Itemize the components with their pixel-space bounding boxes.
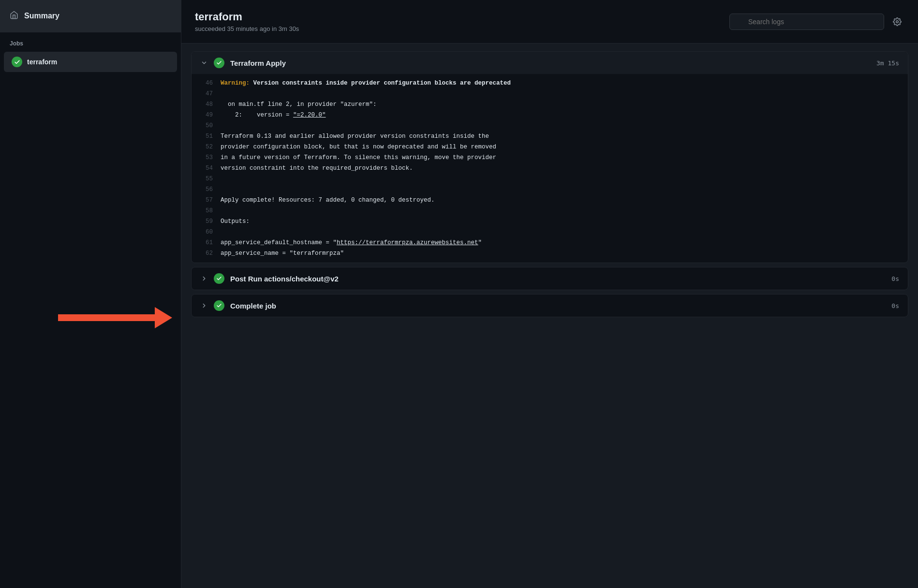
gear-icon: [893, 17, 902, 26]
chevron-right-icon: [200, 275, 208, 282]
post-run-duration: 0s: [891, 275, 899, 282]
search-input[interactable]: [729, 14, 884, 30]
log-line: 58: [192, 206, 908, 216]
log-line: 53 in a future version of Terraform. To …: [192, 152, 908, 163]
terraform-apply-left: Terraform Apply: [200, 58, 286, 68]
header-actions: [729, 14, 904, 30]
complete-job-section: Complete job 0s: [191, 294, 908, 317]
log-line: 46 Warning: Version constraints inside p…: [192, 78, 908, 88]
log-line: 55: [192, 174, 908, 184]
sidebar-summary-item[interactable]: Summary: [0, 0, 181, 32]
post-run-left: Post Run actions/checkout@v2: [200, 273, 339, 284]
jobs-section-label: Jobs: [0, 32, 181, 51]
complete-job-left: Complete job: [200, 300, 276, 311]
main-content: terraform succeeded 35 minutes ago in 3m…: [181, 0, 918, 588]
log-line: 48 on main.tf line 2, in provider "azure…: [192, 99, 908, 110]
sidebar-summary-label: Summary: [24, 12, 59, 20]
sidebar: Summary Jobs terraform: [0, 0, 181, 588]
log-line: 49 2: version = "=2.20.0": [192, 110, 908, 120]
log-line: 61 app_service_default_hostname = "https…: [192, 237, 908, 248]
terraform-apply-log-lines: 46 Warning: Version constraints inside p…: [192, 74, 908, 263]
hostname-link[interactable]: https://terraformrpza.azurewebsites.net: [337, 239, 478, 246]
log-line: 59 Outputs:: [192, 216, 908, 227]
post-run-section: Post Run actions/checkout@v2 0s: [191, 267, 908, 290]
settings-button[interactable]: [890, 15, 904, 29]
post-run-header[interactable]: Post Run actions/checkout@v2 0s: [192, 267, 908, 290]
search-wrapper: [729, 14, 884, 30]
log-area[interactable]: Terraform Apply 3m 15s 46 Warning: Versi…: [181, 44, 918, 588]
job-success-icon: [12, 57, 22, 67]
post-run-title: Post Run actions/checkout@v2: [230, 275, 339, 283]
job-label-terraform: terraform: [27, 58, 57, 66]
chevron-down-icon: [200, 59, 208, 67]
main-header: terraform succeeded 35 minutes ago in 3m…: [181, 0, 918, 44]
log-line: 54 version constraint into the required_…: [192, 163, 908, 174]
step-success-icon: [214, 58, 224, 68]
page-title: terraform: [195, 11, 299, 23]
post-run-success-icon: [214, 273, 224, 284]
log-line: 52 provider configuration block, but tha…: [192, 142, 908, 152]
log-line: 50: [192, 120, 908, 131]
home-icon: [10, 11, 18, 21]
svg-point-2: [896, 20, 899, 23]
log-line: 57 Apply complete! Resources: 7 added, 0…: [192, 195, 908, 206]
complete-job-title: Complete job: [230, 302, 276, 310]
terraform-apply-header[interactable]: Terraform Apply 3m 15s: [192, 52, 908, 74]
complete-job-header[interactable]: Complete job 0s: [192, 294, 908, 317]
terraform-apply-title: Terraform Apply: [230, 59, 286, 67]
terraform-apply-section: Terraform Apply 3m 15s 46 Warning: Versi…: [191, 51, 908, 263]
complete-job-duration: 0s: [891, 302, 899, 309]
log-line: 51 Terraform 0.13 and earlier allowed pr…: [192, 131, 908, 142]
log-line: 62 app_service_name = "terraformrpza": [192, 248, 908, 259]
complete-job-success-icon: [214, 300, 224, 311]
log-line: 60: [192, 227, 908, 237]
log-line: 56: [192, 184, 908, 195]
terraform-apply-duration: 3m 15s: [876, 59, 899, 67]
sidebar-item-terraform[interactable]: terraform: [4, 52, 177, 72]
header-title-group: terraform succeeded 35 minutes ago in 3m…: [195, 11, 299, 32]
header-subtitle: succeeded 35 minutes ago in 3m 30s: [195, 25, 299, 32]
chevron-right-icon-2: [200, 302, 208, 309]
log-line: 47: [192, 88, 908, 99]
